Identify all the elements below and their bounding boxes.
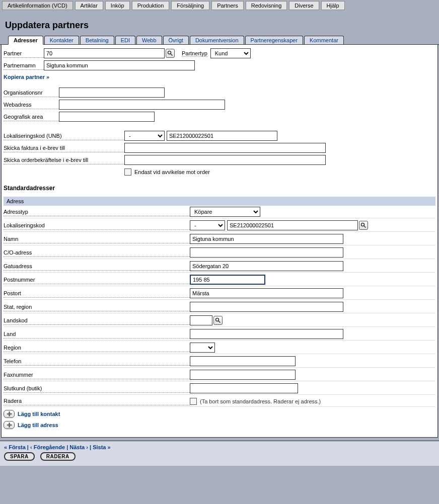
svg-point-4	[216, 318, 219, 321]
add-contact-icon: ➕	[4, 410, 15, 418]
add-adress-link[interactable]: Lägg till adress	[18, 422, 58, 428]
addr-stat-label: Stat, region	[4, 303, 190, 311]
addr-fax-input[interactable]	[190, 370, 296, 380]
addr-co-input[interactable]	[190, 247, 343, 258]
kopiera-partner-link[interactable]: Kopiera partner »	[4, 72, 49, 82]
delete-button[interactable]: RADERA	[40, 452, 76, 461]
addr-telefon-label: Telefon	[4, 357, 190, 366]
menu-partners[interactable]: Partners	[211, 1, 244, 10]
addr-namn-label: Namn	[4, 235, 190, 243]
addr-land-label: Land	[4, 330, 190, 339]
tab-ovrigt[interactable]: Övrigt	[163, 36, 189, 44]
tab-kommentar[interactable]: Kommentar	[304, 36, 344, 44]
search-icon	[215, 317, 221, 323]
svg-point-0	[168, 51, 171, 54]
orgnr-input[interactable]	[59, 88, 165, 98]
add-address-icon: ➕	[4, 421, 15, 429]
top-menu: Artikelinformation (VCD) Artiklar Inköp …	[0, 0, 439, 11]
unb-label: Lokaliseringskod (UNB)	[4, 132, 124, 140]
partner-lookup-button[interactable]	[166, 49, 175, 58]
content-panel: Partner Partnertyp Kund Partnernamn Kopi…	[1, 45, 438, 438]
addr-slutkund-input[interactable]	[190, 383, 298, 393]
nav-next-link[interactable]: Nästa ›	[69, 444, 88, 450]
endast-label: Endast vid avvikelse mot order	[134, 169, 210, 175]
addr-radera-note: (Ta bort som standardadress. Raderar ej …	[200, 398, 321, 404]
addr-region-select[interactable]	[190, 343, 215, 353]
partnernamn-input[interactable]	[44, 60, 195, 70]
addr-land-input[interactable]	[190, 329, 343, 339]
nav-last-link[interactable]: Sista »	[93, 444, 110, 450]
addr-lok-input[interactable]	[227, 220, 358, 230]
menu-inkop[interactable]: Inköp	[105, 1, 130, 10]
nav-prev-link[interactable]: ‹ Föregående	[30, 444, 65, 450]
web-input[interactable]	[59, 100, 225, 110]
menu-diverse[interactable]: Diverse	[289, 1, 319, 10]
menu-redovisning[interactable]: Redovisning	[246, 1, 287, 10]
menu-hjalp[interactable]: Hjälp	[321, 1, 345, 10]
tab-edi[interactable]: EDI	[115, 36, 135, 44]
partnernamn-label: Partnernamn	[4, 61, 44, 70]
svg-line-5	[218, 321, 221, 323]
addr-postort-label: Postort	[4, 289, 190, 298]
addr-radera-checkbox[interactable]	[190, 398, 197, 405]
tab-dokumentversion[interactable]: Dokumentversion	[190, 36, 244, 44]
nav-sep: |	[88, 444, 93, 450]
addr-radera-label: Radera	[4, 397, 190, 405]
svg-line-3	[364, 226, 366, 228]
unb-input[interactable]	[167, 131, 277, 141]
search-icon	[167, 50, 173, 56]
addr-postort-input[interactable]	[190, 288, 343, 298]
addr-fax-label: Faxnummer	[4, 371, 190, 379]
menu-forsaljning[interactable]: Försäljning	[171, 1, 209, 10]
addr-postnr-label: Postnummer	[4, 276, 190, 284]
geo-label: Geografisk area	[4, 113, 59, 121]
addr-stat-input[interactable]	[190, 302, 343, 312]
orgnr-label: Organisationsnr	[4, 89, 59, 97]
tab-bar: Adresser Kontakter Betalning EDI Webb Öv…	[0, 36, 439, 45]
tab-partneregenskaper[interactable]: Partneregenskaper	[245, 36, 304, 44]
tab-adresser[interactable]: Adresser	[8, 36, 43, 45]
addr-lok-lookup-button[interactable]	[359, 221, 368, 230]
svg-point-2	[361, 223, 364, 226]
addr-slutkund-label: Slutkund (butik)	[4, 384, 190, 393]
endast-checkbox[interactable]	[124, 169, 131, 176]
unb-select[interactable]: -	[124, 131, 165, 141]
adress-section-header: Adress	[4, 197, 435, 206]
tab-betalning[interactable]: Betalning	[80, 36, 114, 44]
standardadresser-title: Standardadresser	[4, 179, 435, 195]
addr-namn-input[interactable]	[190, 234, 343, 244]
partnertyp-select[interactable]: Kund	[210, 48, 251, 58]
partner-label: Partner	[4, 49, 44, 58]
addr-postnr-input[interactable]	[190, 275, 265, 285]
menu-artiklar[interactable]: Artiklar	[75, 1, 103, 10]
svg-line-1	[171, 54, 173, 56]
menu-produktion[interactable]: Produktion	[132, 1, 170, 10]
add-kontakt-link[interactable]: Lägg till kontakt	[18, 411, 60, 417]
web-label: Webadress	[4, 101, 59, 109]
tab-kontakter[interactable]: Kontakter	[44, 36, 79, 44]
partner-input[interactable]	[44, 48, 165, 58]
nav-sep: |	[65, 444, 69, 450]
search-icon	[360, 222, 367, 228]
footer: « Första | ‹ Föregående | Nästa › | Sist…	[0, 441, 439, 466]
menu-artikelinformation[interactable]: Artikelinformation (VCD)	[2, 1, 73, 10]
addr-co-label: C/O-adress	[4, 248, 190, 257]
addr-region-label: Region	[4, 344, 190, 352]
faktura-input[interactable]	[124, 143, 326, 153]
orderbek-label: Skicka orderbekräftelse i e-brev till	[4, 156, 124, 164]
addr-landkod-label: Landskod	[4, 316, 190, 325]
adresstyp-label: Adresstyp	[4, 208, 190, 216]
geo-input[interactable]	[59, 112, 155, 122]
orderbek-input[interactable]	[124, 155, 326, 165]
addr-landkod-input[interactable]	[190, 315, 212, 325]
addr-gata-label: Gatuadress	[4, 262, 190, 271]
adresstyp-select[interactable]: Köpare	[190, 207, 260, 217]
addr-gata-input[interactable]	[190, 261, 343, 271]
addr-lok-select[interactable]: -	[190, 220, 225, 230]
partnertyp-label: Partnertyp	[182, 50, 207, 57]
nav-first-link[interactable]: « Första	[4, 444, 26, 450]
tab-webb[interactable]: Webb	[136, 36, 162, 44]
save-button[interactable]: SPARA	[4, 452, 35, 461]
addr-telefon-input[interactable]	[190, 356, 296, 366]
addr-landkod-lookup-button[interactable]	[213, 316, 223, 325]
